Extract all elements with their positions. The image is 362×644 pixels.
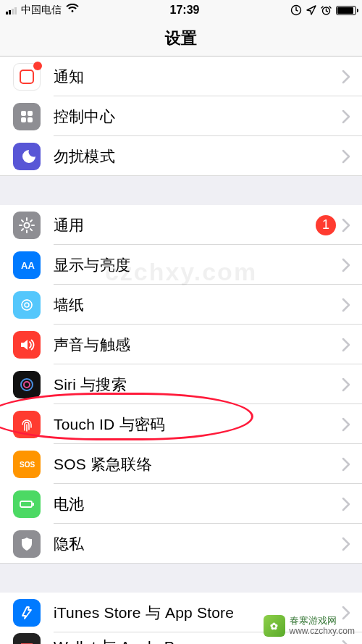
signal-icon [6, 6, 17, 14]
status-time: 17:39 [170, 4, 200, 17]
chevron-right-icon [342, 640, 350, 644]
row-siri-search[interactable]: Siri 与搜索 [0, 364, 362, 404]
nav-bar: 设置 [0, 20, 362, 57]
row-label: 勿扰模式 [54, 146, 342, 167]
svg-rect-3 [21, 111, 26, 116]
status-right [290, 4, 356, 16]
row-display-brightness[interactable]: AA 显示与亮度 [0, 245, 362, 285]
settings-group-1: 通知 控制中心 勿扰模式 [0, 57, 362, 176]
appstore-icon [13, 599, 41, 627]
chevron-right-icon [342, 149, 350, 164]
orientation-lock-icon [290, 4, 302, 16]
chevron-right-icon [342, 109, 350, 124]
row-do-not-disturb[interactable]: 勿扰模式 [0, 136, 362, 176]
row-label: iTunes Store 与 App Store [54, 603, 342, 623]
svg-point-12 [24, 382, 30, 388]
chevron-right-icon [342, 497, 350, 511]
row-label: 声音与触感 [54, 335, 342, 355]
status-bar: 中国电信 17:39 [0, 0, 362, 20]
row-label: 电池 [54, 494, 342, 514]
privacy-icon [13, 530, 41, 558]
row-battery[interactable]: 电池 [0, 484, 362, 524]
row-notifications[interactable]: 通知 [0, 57, 362, 96]
row-label: 通用 [54, 215, 316, 235]
svg-point-10 [25, 303, 29, 307]
row-control-center[interactable]: 控制中心 [0, 96, 362, 136]
svg-rect-4 [28, 111, 33, 116]
row-label: 控制中心 [54, 106, 342, 127]
row-label: Siri 与搜索 [54, 375, 342, 395]
row-label: SOS 紧急联络 [54, 454, 342, 474]
row-emergency-sos[interactable]: SOS SOS 紧急联络 [0, 444, 362, 484]
row-general[interactable]: 通用 1 [0, 205, 362, 245]
svg-point-7 [25, 222, 30, 227]
location-icon [306, 5, 316, 15]
svg-rect-2 [20, 70, 33, 83]
row-wallet-applepay[interactable]: Wallet 与 Apple Pay [0, 632, 362, 644]
notification-badge: 1 [316, 215, 336, 235]
battery-icon [336, 6, 356, 15]
alarm-icon [321, 5, 332, 16]
svg-rect-15 [33, 503, 34, 506]
page-title: 设置 [165, 28, 197, 49]
sos-icon: SOS [13, 451, 41, 478]
row-label: 墙纸 [54, 295, 342, 315]
row-wallpaper[interactable]: 墙纸 [0, 285, 362, 325]
row-itunes-appstore[interactable]: iTunes Store 与 App Store [0, 593, 362, 632]
settings-group-3: iTunes Store 与 App Store Wallet 与 Apple … [0, 593, 362, 644]
svg-text:SOS: SOS [20, 461, 35, 469]
row-label: 显示与亮度 [54, 255, 342, 275]
row-sounds-haptics[interactable]: 声音与触感 [0, 325, 362, 364]
row-label: Wallet 与 Apple Pay [54, 637, 342, 644]
row-label: Touch ID 与密码 [54, 414, 342, 435]
status-left: 中国电信 [6, 4, 79, 17]
row-privacy[interactable]: 隐私 [0, 524, 362, 564]
svg-rect-14 [20, 501, 32, 507]
chevron-right-icon [342, 298, 350, 312]
row-label: 隐私 [54, 534, 342, 554]
chevron-right-icon [342, 457, 350, 472]
svg-text:AA: AA [21, 260, 35, 271]
general-icon [13, 212, 41, 239]
chevron-right-icon [342, 258, 350, 272]
settings-list[interactable]: 通知 控制中心 勿扰模式 通用 1 [0, 57, 362, 644]
row-touch-id-passcode[interactable]: Touch ID 与密码 [0, 404, 362, 444]
chevron-right-icon [342, 70, 350, 84]
touch-id-icon [13, 411, 41, 438]
chevron-right-icon [342, 417, 350, 432]
do-not-disturb-icon [13, 143, 41, 170]
wifi-icon [66, 4, 79, 17]
svg-rect-5 [21, 117, 26, 122]
chevron-right-icon [342, 338, 350, 352]
svg-point-11 [21, 379, 33, 390]
chevron-right-icon [342, 537, 350, 551]
display-icon: AA [13, 251, 41, 279]
wallpaper-icon [13, 291, 41, 319]
siri-icon [13, 371, 41, 398]
notifications-icon [13, 63, 41, 91]
row-label: 通知 [54, 67, 342, 87]
chevron-right-icon [342, 218, 350, 233]
chevron-right-icon [342, 606, 350, 620]
wallet-icon [13, 633, 41, 644]
control-center-icon [13, 103, 41, 130]
chevron-right-icon [342, 377, 350, 392]
sounds-icon [13, 331, 41, 359]
svg-rect-6 [28, 117, 33, 122]
carrier-label: 中国电信 [21, 4, 62, 17]
settings-group-2: 通用 1 AA 显示与亮度 墙纸 声音与触感 [0, 205, 362, 564]
battery-row-icon [13, 490, 41, 518]
